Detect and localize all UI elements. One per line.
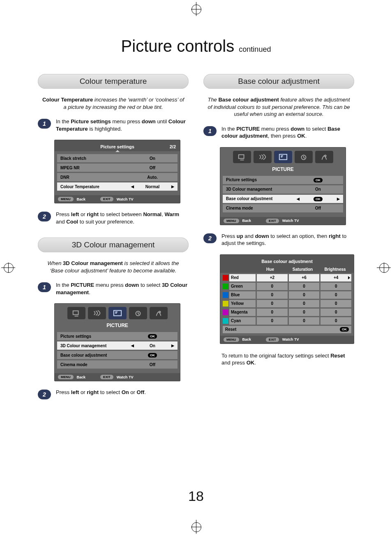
picture-icon: [274, 151, 292, 163]
picture-settings-panel: Picture settings 2/2 Black stretch◀On▶MP…: [54, 140, 180, 203]
crop-mark-right: [377, 263, 391, 272]
colour-row[interactable]: Green000: [223, 283, 351, 290]
step-badge-1: 1: [38, 282, 51, 292]
watch-tv-label: Watch TV: [282, 219, 299, 223]
colour-swatch: [223, 318, 228, 324]
exit-button[interactable]: EXIT: [100, 375, 113, 379]
base-colour-adjustment-panel: Base colour adjustment Hue Saturation Br…: [220, 254, 354, 344]
setup-icon: [67, 307, 85, 319]
step-badge-1: 1: [203, 126, 217, 136]
back-label: Back: [77, 375, 86, 379]
crop-mark-left: [1, 263, 15, 272]
back-label: Back: [77, 197, 86, 201]
menu-row[interactable]: Base colour adjustment◀OK▶: [223, 195, 343, 203]
menu-row[interactable]: Black stretch◀On▶: [57, 154, 178, 162]
heading-3d-colour-management: 3D Colour management: [38, 238, 189, 252]
menu-button[interactable]: MENU: [58, 197, 74, 201]
lock-icon: [315, 151, 333, 163]
colour-swatch: [223, 309, 228, 315]
arrow-up-icon: [115, 150, 120, 152]
panel-title: PICTURE: [55, 321, 180, 329]
step-1-colour-temp: 1 In the Picture settings menu press dow…: [38, 118, 189, 132]
menu-row[interactable]: 3D Colour management◀On▶: [57, 341, 178, 350]
menu-row[interactable]: 3D Colour management◀On▶: [223, 185, 343, 194]
panel-page: 2/2: [170, 144, 176, 149]
menu-row[interactable]: Picture settings◀OK▶: [57, 332, 178, 340]
step-2-base-colour: 2 Press up and down to select an option,…: [203, 233, 354, 247]
crop-mark-top: [191, 2, 201, 16]
menu-row[interactable]: Colour Temperature◀Normal▶: [57, 182, 178, 191]
timer-icon: [295, 151, 313, 163]
colour-swatch: [223, 292, 228, 298]
crop-mark-bottom: [191, 520, 201, 534]
reset-row[interactable]: ResetOK: [223, 326, 351, 333]
heading-base-colour-adjustment: Base colour adjustment: [203, 74, 354, 89]
picture-icon: [108, 307, 127, 319]
panel-title: Picture settings: [55, 144, 180, 149]
menu-button[interactable]: MENU: [224, 219, 239, 223]
step-1-3d-colour: 1 In the PICTURE menu press down to sele…: [38, 281, 189, 296]
menu-row[interactable]: Picture settings◀OK▶: [223, 176, 343, 184]
exit-button[interactable]: EXIT: [266, 219, 279, 223]
colour-row[interactable]: Red+2+6+4: [223, 274, 351, 281]
ok-pill: OK: [340, 327, 349, 332]
heading-colour-temperature: Colour temperature: [38, 74, 189, 89]
picture-menu-panel-left: PICTURE Picture settings◀OK▶3D Colour ma…: [54, 303, 180, 381]
step-2-3d-colour: 2 Press left or right to select On or Of…: [38, 389, 189, 399]
menu-button[interactable]: MENU: [224, 337, 239, 342]
panel-title: Base colour adjustment: [220, 259, 354, 264]
timer-icon: [129, 307, 147, 319]
colour-row[interactable]: Blue000: [223, 291, 351, 299]
step-badge-1: 1: [38, 119, 51, 129]
watch-tv-label: Watch TV: [282, 337, 299, 341]
menu-row[interactable]: MPEG NR◀Off▶: [57, 164, 178, 172]
step-badge-2: 2: [38, 390, 51, 399]
3d-colour-intro: When 3D Colour management is selected it…: [38, 260, 189, 278]
svg-point-7: [324, 155, 326, 157]
step-badge-2: 2: [38, 212, 51, 221]
back-label: Back: [242, 337, 251, 341]
watch-tv-label: Watch TV: [117, 197, 134, 201]
page-number: 18: [0, 488, 392, 504]
svg-rect-5: [279, 154, 286, 159]
col-brightness: Brightness: [319, 267, 351, 272]
svg-rect-0: [73, 311, 78, 315]
colour-row[interactable]: Magenta000: [223, 309, 351, 316]
col-hue: Hue: [254, 267, 286, 272]
left-column: Colour temperature Colour Temperature in…: [38, 74, 189, 404]
panel-title: PICTURE: [220, 165, 346, 173]
colour-row[interactable]: Yellow000: [223, 300, 351, 307]
menu-row[interactable]: Base colour adjustment◀OK▶: [57, 351, 178, 359]
right-column: Base colour adjustment The Base colour a…: [203, 74, 354, 404]
lock-icon: [150, 307, 168, 319]
colour-swatch: [223, 284, 228, 289]
reset-note: To return to the original factory settin…: [221, 352, 354, 367]
svg-rect-4: [238, 155, 244, 158]
setup-icon: [233, 151, 251, 163]
step-2-colour-temp: 2 Press left or right to select between …: [38, 211, 189, 225]
menu-row[interactable]: DNR◀Auto.▶: [57, 173, 178, 181]
svg-point-3: [159, 311, 160, 313]
menu-row[interactable]: Cinema mode◀Off▶: [223, 204, 343, 212]
colour-swatch: [223, 301, 228, 307]
menu-row[interactable]: Cinema mode◀Off▶: [57, 360, 178, 369]
colour-row[interactable]: Cyan000: [223, 317, 351, 325]
svg-rect-1: [113, 311, 121, 316]
sound-icon: [254, 151, 272, 163]
menu-button[interactable]: MENU: [58, 375, 74, 379]
step-1-base-colour: 1 In the PICTURE menu press down to sele…: [203, 125, 354, 140]
watch-tv-label: Watch TV: [117, 375, 134, 379]
col-saturation: Saturation: [286, 267, 319, 272]
exit-button[interactable]: EXIT: [100, 197, 113, 201]
step-badge-2: 2: [203, 233, 217, 243]
base-colour-intro: The Base colour adjustment feature allow…: [203, 96, 354, 122]
back-label: Back: [242, 219, 251, 223]
picture-menu-panel-right: PICTURE Picture settings◀OK▶3D Colour ma…: [220, 147, 346, 225]
colour-temperature-intro: Colour Temperature increases the ‘warmth…: [38, 96, 189, 115]
sound-icon: [88, 307, 106, 319]
page-title: Picture controls continued: [0, 37, 392, 55]
exit-button[interactable]: EXIT: [266, 337, 279, 342]
colour-swatch: [223, 275, 228, 281]
